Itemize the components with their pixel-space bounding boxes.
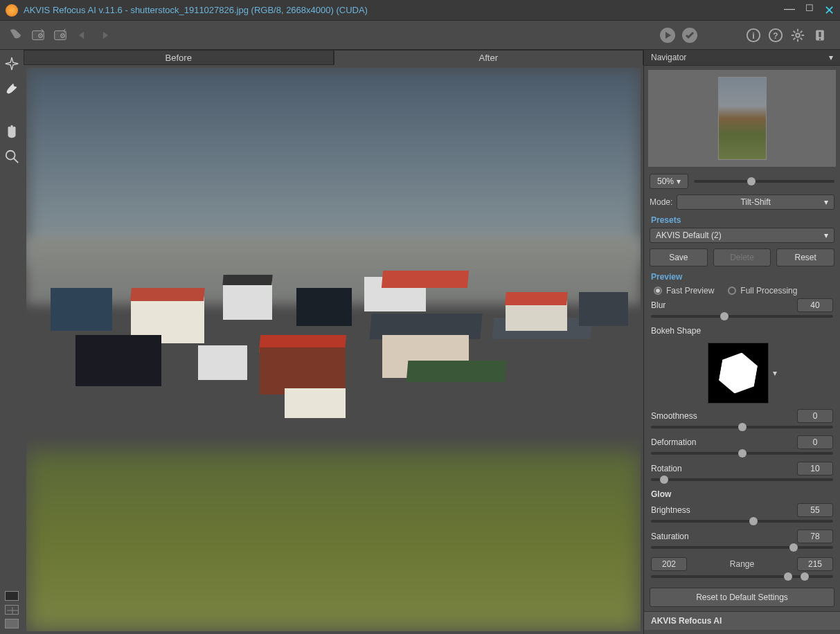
reset-button[interactable]: Reset <box>776 248 834 266</box>
zoom-control: 50%▾ <box>644 171 840 192</box>
info-button[interactable]: i <box>744 26 762 44</box>
smoothness-value[interactable]: 0 <box>797 409 833 423</box>
minimize-button[interactable]: — <box>784 3 795 18</box>
svg-point-15 <box>6 151 15 160</box>
selection-tool[interactable] <box>3 55 20 72</box>
mode-label: Mode: <box>650 197 672 207</box>
window-controls: — ☐ ✕ <box>784 3 834 18</box>
range-label: Range <box>692 559 792 569</box>
run-button[interactable] <box>659 26 677 44</box>
range-low[interactable]: 202 <box>651 557 687 571</box>
color-swatch-1[interactable] <box>5 591 19 601</box>
svg-point-10 <box>796 33 800 37</box>
preview-section-title: Preview <box>644 269 840 284</box>
zoom-slider[interactable] <box>694 180 834 183</box>
navigator-header: Navigator ▾ <box>644 50 840 66</box>
window-title: AKVIS Refocus AI v.11.6 - shutterstock_1… <box>24 5 784 15</box>
presets-label: Presets <box>644 212 840 225</box>
smoothness-label: Smoothness <box>651 411 697 421</box>
top-toolbar: ⚙ ⚙ i ? <box>0 21 840 50</box>
tab-before[interactable]: Before <box>24 50 334 65</box>
mode-row: Mode: Tilt-Shift▾ <box>644 192 840 212</box>
delete-button[interactable]: Delete <box>713 248 771 266</box>
reset-defaults-button[interactable]: Reset to Default Settings <box>650 588 834 607</box>
fast-preview-radio[interactable]: Fast Preview <box>654 286 714 296</box>
deformation-label: Deformation <box>651 437 696 447</box>
glow-label: Glow <box>644 487 840 502</box>
settings-panel: Navigator ▾ 50%▾ Mode: Tilt-Shift▾ Prese… <box>643 50 840 634</box>
range-high[interactable]: 215 <box>797 557 833 571</box>
bokeh-shape-preview[interactable] <box>708 343 769 404</box>
footer-product-label: AKVIS Refocus AI <box>644 611 840 630</box>
svg-point-14 <box>14 83 18 87</box>
smoothness-slider[interactable] <box>651 426 833 428</box>
redo-button[interactable] <box>96 26 114 44</box>
brightness-slider[interactable] <box>651 520 833 523</box>
svg-line-16 <box>14 158 18 163</box>
hand-tool[interactable] <box>3 123 20 140</box>
undo-button[interactable] <box>73 26 91 44</box>
saturation-value[interactable]: 78 <box>797 529 833 543</box>
close-button[interactable]: ✕ <box>824 3 834 18</box>
app-logo-icon <box>6 4 18 17</box>
open-button[interactable] <box>7 26 25 44</box>
blur-value[interactable]: 40 <box>797 298 833 312</box>
rotation-label: Rotation <box>651 464 682 473</box>
maximize-button[interactable]: ☐ <box>805 3 814 18</box>
preset-dropdown[interactable]: AKVIS Default (2)▾ <box>650 228 834 243</box>
view-tabs: Before After <box>24 50 643 65</box>
settings-button[interactable] <box>789 26 807 44</box>
rotation-slider[interactable] <box>651 478 833 481</box>
navigator-label: Navigator <box>651 53 686 62</box>
svg-text:⚙: ⚙ <box>37 31 44 39</box>
chevron-down-icon[interactable]: ▾ <box>773 368 777 378</box>
brightness-value[interactable]: 55 <box>797 503 833 517</box>
presets-save-button[interactable]: ⚙ <box>51 26 69 44</box>
svg-text:?: ? <box>773 30 778 40</box>
color-swatch-2[interactable] <box>5 605 19 615</box>
canvas-area: Before After <box>24 50 643 634</box>
brush-tool[interactable] <box>3 80 20 97</box>
mode-dropdown[interactable]: Tilt-Shift▾ <box>677 194 834 210</box>
main-area: Before After <box>0 50 840 634</box>
navigator-thumbnail[interactable] <box>648 70 836 167</box>
blur-label: Blur <box>651 300 665 310</box>
deformation-slider[interactable] <box>651 452 833 455</box>
apply-button[interactable] <box>681 26 699 44</box>
chevron-down-icon[interactable]: ▾ <box>829 53 833 62</box>
left-toolbar <box>0 50 24 634</box>
deformation-value[interactable]: 0 <box>797 435 833 449</box>
zoom-tool[interactable] <box>3 148 20 165</box>
color-swatch-3[interactable] <box>5 619 19 628</box>
range-slider[interactable] <box>651 575 833 578</box>
bokeh-label: Bokeh Shape <box>644 323 840 338</box>
notification-button[interactable] <box>811 26 829 44</box>
blur-slider[interactable] <box>651 315 833 318</box>
titlebar: AKVIS Refocus AI v.11.6 - shutterstock_1… <box>0 0 840 21</box>
saturation-label: Saturation <box>651 532 689 541</box>
svg-text:i: i <box>752 30 755 40</box>
svg-point-12 <box>819 38 821 40</box>
presets-load-button[interactable]: ⚙ <box>29 26 47 44</box>
rotation-value[interactable]: 10 <box>797 462 833 476</box>
brightness-label: Brightness <box>651 505 690 515</box>
zoom-dropdown[interactable]: 50%▾ <box>650 174 688 189</box>
tab-after[interactable]: After <box>334 50 644 65</box>
save-button[interactable]: Save <box>650 248 708 266</box>
full-processing-radio[interactable]: Full Processing <box>728 286 797 296</box>
help-button[interactable]: ? <box>767 26 785 44</box>
saturation-slider[interactable] <box>651 546 833 549</box>
image-canvas[interactable] <box>24 65 643 634</box>
svg-rect-13 <box>819 32 821 37</box>
